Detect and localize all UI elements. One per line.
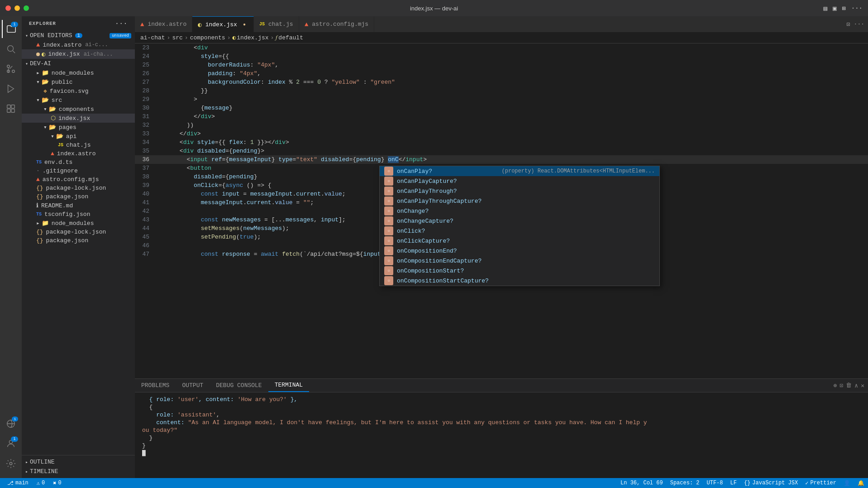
timeline-group[interactable]: ▸ TIMELINE (22, 467, 135, 476)
editor-area: ▲ index.astro ◐ index.jsx ● JS chat.js ▲… (135, 16, 868, 478)
terminal-tab-problems[interactable]: PROBLEMS (135, 379, 176, 392)
activity-explorer[interactable]: 1 (2, 20, 20, 38)
autocomplete-item[interactable]: ○ onCanPlayThrough? (380, 186, 659, 196)
sidebar-toggle-icon[interactable]: ▤ (823, 5, 827, 12)
line-number: 30 (135, 105, 157, 111)
sidebar-item-index-astro[interactable]: ▲ index.astro (22, 149, 135, 158)
status-prettier[interactable]: ✓ Prettier (801, 478, 840, 488)
terminal-collapse-icon[interactable]: ∧ (854, 382, 858, 389)
sidebar-item-src[interactable]: ▾ 📂 src (22, 96, 135, 105)
sidebar-item-astro-config[interactable]: ▲ astro.config.mjs (22, 175, 135, 184)
autocomplete-item[interactable]: ○ onCompositionStartCapture? (380, 276, 659, 286)
line-content: borderRadius: "4px", (157, 62, 868, 68)
folder-icon: 📂 (49, 105, 56, 113)
status-encoding[interactable]: UTF-8 (703, 478, 727, 488)
sidebar-item-index-jsx[interactable]: ⬡ index.jsx (22, 114, 135, 123)
breadcrumb-components[interactable]: components (190, 34, 225, 41)
status-errors[interactable]: ⚠ 0 (33, 478, 48, 488)
status-eol[interactable]: LF (727, 478, 740, 488)
terminal-split-icon[interactable]: ⊡ (840, 382, 844, 389)
status-notification[interactable]: 🔔 (854, 478, 868, 488)
sidebar-item-package-json[interactable]: {} package.json (22, 192, 135, 201)
new-file-icon[interactable]: ··· (115, 20, 128, 27)
open-editors-group[interactable]: ▾ OPEN EDITORS 1 unsaved (22, 31, 135, 40)
activity-git[interactable] (2, 60, 20, 78)
sidebar-item-pages[interactable]: ▾ 📂 pages (22, 123, 135, 132)
autocomplete-item[interactable]: ○ onClick? (380, 226, 659, 236)
file-label: favicon.svg (50, 88, 89, 95)
autocomplete-item[interactable]: ○ onCanPlay? (property) React.DOMAttribu… (380, 166, 659, 176)
split-editor-icon[interactable]: ⊡ (847, 21, 850, 28)
breadcrumb-ai-chat[interactable]: ai-chat (140, 34, 165, 41)
breadcrumb-file[interactable]: index.jsx (237, 34, 268, 41)
status-account[interactable]: 👤 (840, 478, 854, 488)
sidebar-item-public[interactable]: ▾ 📂 public (22, 77, 135, 86)
sidebar-item-package-lock-2[interactable]: {} package-lock.json (22, 228, 135, 236)
terminal-tab-output[interactable]: OUTPUT (176, 379, 210, 392)
activity-remote[interactable]: 1 (2, 415, 20, 433)
terminal-content[interactable]: { role: 'user', content: 'How are you?' … (135, 392, 868, 478)
outline-group[interactable]: ▸ OUTLINE (22, 457, 135, 467)
status-branch[interactable]: ⎇ main (4, 478, 32, 488)
autocomplete-item[interactable]: ○ onCompositionEnd? (380, 246, 659, 256)
status-spaces[interactable]: Spaces: 2 (667, 478, 703, 488)
breadcrumb-sep: › (271, 34, 274, 41)
sidebar-item-env-dts[interactable]: TS env.d.ts (22, 158, 135, 167)
activity-extensions[interactable] (2, 100, 20, 118)
sidebar-item-node-modules-2[interactable]: ▸ 📁 node_modules (22, 219, 135, 228)
panel-toggle-icon[interactable]: ▣ (833, 5, 836, 12)
sidebar-item-components[interactable]: ▾ 📂 components (22, 105, 135, 114)
tab-astro-config[interactable]: ▲ astro.config.mjs (299, 16, 374, 32)
sidebar-item-package-lock[interactable]: {} package-lock.json (22, 184, 135, 192)
tab-chat-js[interactable]: JS chat.js (254, 16, 299, 32)
more-icon[interactable]: ··· (851, 5, 863, 12)
terminal-close-icon[interactable]: ✕ (861, 382, 864, 389)
dev-ai-group[interactable]: ▾ DEV-AI (22, 59, 135, 68)
autocomplete-item[interactable]: ○ onCanPlayThroughCapture? (380, 196, 659, 206)
sidebar-item-index-jsx-editor[interactable]: ◐ index.jsx ai-cha... (22, 49, 135, 59)
autocomplete-item[interactable]: ○ onChangeCapture? (380, 216, 659, 226)
terminal-add-icon[interactable]: ⊕ (834, 382, 837, 389)
more-tab-icon[interactable]: ··· (854, 21, 864, 28)
breadcrumb-func[interactable]: default (278, 34, 303, 41)
tab-index-astro[interactable]: ▲ index.astro (135, 16, 192, 32)
ac-item-name: onChange? (397, 208, 429, 215)
autocomplete-item[interactable]: ○ onCompositionStart? (380, 266, 659, 276)
autocomplete-item[interactable]: ○ onCompositionEndCapture? (380, 256, 659, 266)
activity-account[interactable]: 1 (2, 435, 20, 453)
autocomplete-item[interactable]: ○ onCanPlayCapture? (380, 176, 659, 186)
tab-unsaved-dot[interactable]: ● (241, 21, 248, 28)
layout-icon[interactable]: ⊞ (842, 5, 845, 12)
terminal-trash-icon[interactable]: 🗑 (846, 382, 852, 389)
code-editor[interactable]: 23 <div 24 style={{ 25 borderRadius: "4p… (135, 43, 868, 378)
sidebar-item-favicon[interactable]: ❖ favicon.svg (22, 86, 135, 96)
close-button[interactable] (5, 5, 11, 11)
ac-item-name: onClick? (397, 228, 425, 234)
autocomplete-item[interactable]: ○ onClickCapture? (380, 236, 659, 246)
unsaved-badge: unsaved (110, 33, 131, 38)
sidebar-item-chat-js[interactable]: JS chat.js (22, 141, 135, 149)
sidebar-item-index-astro-editor[interactable]: ▲ index.astro ai-c... (22, 40, 135, 49)
status-language[interactable]: {} JavaScript JSX (740, 478, 801, 488)
sidebar-item-gitignore[interactable]: · .gitignore (22, 167, 135, 175)
tab-index-jsx[interactable]: ◐ index.jsx ● (192, 16, 254, 32)
activity-debug[interactable] (2, 80, 20, 98)
activity-settings[interactable] (2, 455, 20, 473)
status-position[interactable]: Ln 36, Col 69 (617, 478, 667, 488)
sidebar-item-api[interactable]: ▾ 📂 api (22, 132, 135, 141)
terminal-tab-terminal[interactable]: TERMINAL (268, 379, 309, 392)
sidebar-item-package-json-2[interactable]: {} package.json (22, 236, 135, 245)
ac-item-name: onCompositionStart? (397, 268, 464, 274)
sidebar-item-node-modules[interactable]: ▸ 📁 node_modules (22, 68, 135, 77)
maximize-button[interactable] (24, 5, 29, 11)
breadcrumb-src[interactable]: src (172, 34, 182, 41)
activity-search[interactable] (2, 40, 20, 58)
terminal-tab-debug[interactable]: DEBUG CONSOLE (210, 379, 268, 392)
status-warnings[interactable]: ✖ 0 (49, 478, 65, 488)
minimize-button[interactable] (14, 5, 20, 11)
sidebar-item-tsconfig[interactable]: TS tsconfig.json (22, 210, 135, 219)
gitignore-icon: · (36, 167, 40, 174)
sidebar-item-readme[interactable]: ℹ README.md (22, 201, 135, 210)
code-line: 31 </div> (135, 112, 868, 121)
autocomplete-item[interactable]: ○ onChange? (380, 206, 659, 216)
